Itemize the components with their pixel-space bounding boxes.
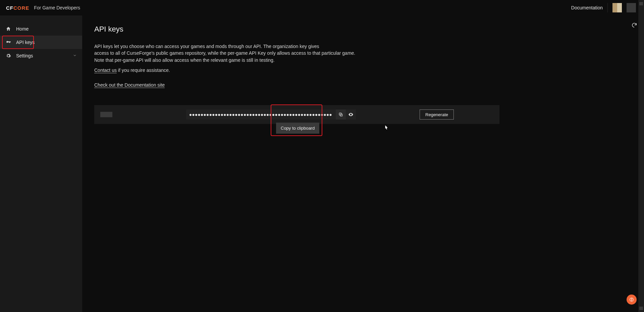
key-label [100,112,112,117]
svg-point-3 [632,300,632,301]
documentation-link[interactable]: Documentation [571,5,603,10]
contact-us-link[interactable]: Contact us [94,68,117,73]
copy-tooltip: Copy to clipboard [276,123,319,134]
refresh-icon [631,22,637,28]
eye-icon [348,112,354,117]
brand[interactable]: CF CORE [6,5,29,11]
chevron-down-icon [73,53,77,58]
copy-icon [338,112,343,117]
api-key-row: ●●●●●●●●●●●●●●●●●●●●●●●●●●●●●●●●●●●●●●●●… [94,105,499,124]
sidebar-item-label: Settings [16,53,33,58]
home-icon [5,26,11,32]
api-key-masked: ●●●●●●●●●●●●●●●●●●●●●●●●●●●●●●●●●●●●●●●●… [190,113,332,117]
topbar: CF CORE For Game Developers Documentatio… [0,0,644,15]
brand-subtitle: For Game Developers [34,5,80,10]
key-icon [5,39,11,45]
help-icon [629,297,634,302]
sidebar-item-api-keys[interactable]: API keys [0,36,82,49]
contact-line: Contact us if you require assistance. [94,67,499,74]
regenerate-button[interactable]: Regenerate [420,109,454,120]
gear-icon [5,53,11,59]
brand-core: CORE [13,5,29,11]
sidebar-item-label: Home [16,26,29,32]
copy-button[interactable] [336,109,346,120]
avatar[interactable] [612,3,622,12]
sidebar: Home API keys Settings [0,15,82,312]
help-button[interactable] [627,295,637,305]
user-menu[interactable] [627,3,636,12]
reveal-button[interactable] [346,109,356,120]
main-content: API keys API keys let you choose who can… [82,15,644,312]
sidebar-item-home[interactable]: Home [0,22,82,36]
brand-cf: CF [6,5,13,11]
page-title: API keys [94,25,499,34]
refresh-button[interactable] [631,22,637,30]
page-description: API keys let you choose who can access y… [94,43,499,63]
sidebar-item-label: API keys [16,40,35,45]
api-key-field[interactable]: ●●●●●●●●●●●●●●●●●●●●●●●●●●●●●●●●●●●●●●●●… [186,109,336,120]
documentation-site-link[interactable]: Check out the Documentation site [94,82,165,88]
sidebar-item-settings[interactable]: Settings [0,49,82,62]
divider [607,3,608,12]
scrollbar[interactable] [638,0,644,312]
